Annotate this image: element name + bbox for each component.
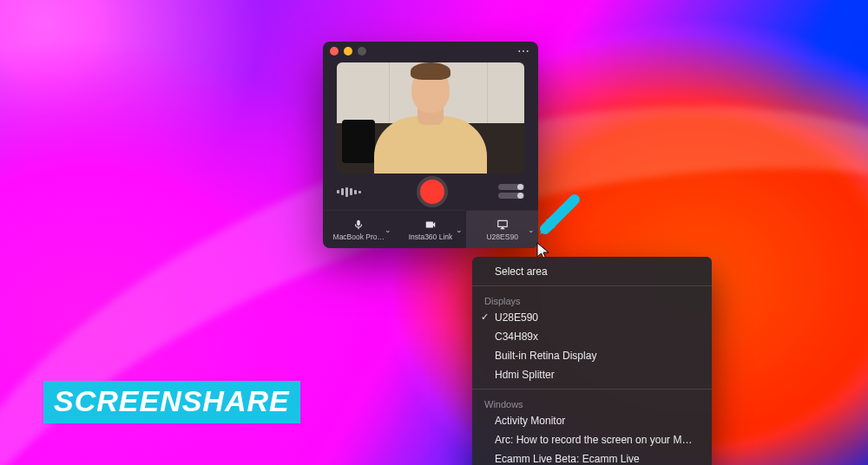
display-source-label: U28ES90 xyxy=(486,232,517,241)
menu-item-select-area[interactable]: Select area xyxy=(472,262,712,281)
mic-source-label: MacBook Pro… xyxy=(333,232,385,241)
microphone-icon xyxy=(352,219,365,231)
menu-separator xyxy=(472,389,712,390)
chevron-down-icon: ⌄ xyxy=(456,226,463,234)
camera-source-tab[interactable]: Insta360 Link ⌄ xyxy=(395,211,467,248)
chevron-down-icon: ⌄ xyxy=(385,226,391,234)
menu-section-displays: Displays xyxy=(472,291,712,308)
mic-source-tab[interactable]: MacBook Pro… ⌄ xyxy=(323,211,395,248)
settings-toggles[interactable] xyxy=(498,184,524,200)
menu-separator xyxy=(472,285,712,286)
display-icon xyxy=(496,219,510,231)
overlay-label: SCREENSHARE xyxy=(43,381,300,423)
menu-section-windows: Windows xyxy=(472,394,712,411)
camera-preview xyxy=(337,62,524,174)
audio-level-meter xyxy=(337,187,366,197)
controls-row xyxy=(323,174,538,210)
camera-icon xyxy=(424,219,437,231)
more-options-button[interactable]: ⋯ xyxy=(517,44,531,58)
display-source-menu: Select area Displays U28E590 C34H89x Bui… xyxy=(472,257,712,465)
close-window-button[interactable] xyxy=(330,47,339,56)
source-tabs: MacBook Pro… ⌄ Insta360 Link ⌄ U28ES90 ⌄ xyxy=(323,210,538,248)
menu-item-display[interactable]: Built-in Retina Display xyxy=(472,346,712,365)
menu-item-window[interactable]: Activity Monitor xyxy=(472,411,712,430)
menu-item-display[interactable]: C34H89x xyxy=(472,327,712,346)
menu-item-window[interactable]: Ecamm Live Beta: Ecamm Live xyxy=(472,449,712,465)
chevron-down-icon: ⌄ xyxy=(528,226,535,234)
titlebar: ⋯ xyxy=(323,42,538,61)
menu-item-display[interactable]: Hdmi Splitter xyxy=(472,365,712,384)
record-button[interactable] xyxy=(417,176,448,207)
recorder-window: ⋯ MacBook Pro… ⌄ Insta360 Link ⌄ U28ES90 xyxy=(323,42,538,248)
camera-source-label: Insta360 Link xyxy=(409,232,453,241)
menu-item-window[interactable]: Arc: How to record the screen on your Ma… xyxy=(472,430,712,449)
minimize-window-button[interactable] xyxy=(344,47,352,56)
preview-chair xyxy=(342,120,375,163)
traffic-lights xyxy=(330,47,366,56)
menu-item-display[interactable]: U28E590 xyxy=(472,308,712,327)
display-source-tab[interactable]: U28ES90 ⌄ xyxy=(466,211,538,248)
zoom-window-button[interactable] xyxy=(358,47,366,56)
